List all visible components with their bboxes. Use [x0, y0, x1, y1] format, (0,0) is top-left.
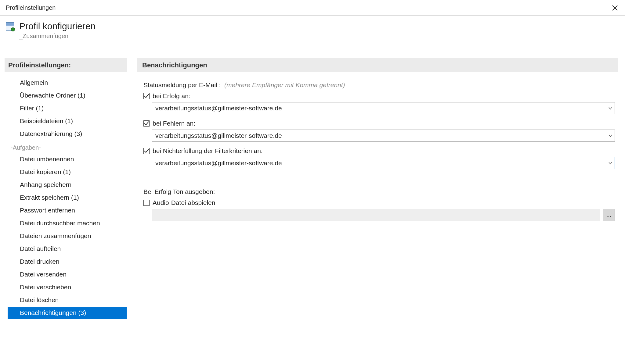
- sound-section-label: Bei Erfolg Ton ausgeben:: [143, 188, 615, 195]
- status-email-label: Statusmeldung per E-Mail :: [143, 81, 221, 88]
- input-on-success[interactable]: [152, 102, 606, 114]
- sidebar-item-passwort-entfernen[interactable]: Passwort entfernen: [8, 204, 127, 216]
- sidebar-item-beispieldateien[interactable]: Beispieldateien (1): [8, 115, 127, 127]
- browse-label: ...: [606, 212, 611, 218]
- page-title: Profil konfigurieren: [19, 21, 96, 31]
- sidebar-item-datei-durchsuchbar[interactable]: Datei durchsuchbar machen: [8, 217, 127, 229]
- sidebar-item-ueberwachte-ordner[interactable]: Überwachte Ordner (1): [8, 89, 127, 102]
- sidebar-item-filter[interactable]: Filter (1): [8, 102, 127, 114]
- label-on-error: bei Fehlern an:: [153, 120, 195, 127]
- sidebar-item-datei-versenden[interactable]: Datei versenden: [8, 268, 127, 280]
- input-on-error[interactable]: [152, 130, 606, 141]
- close-button[interactable]: [611, 4, 619, 12]
- checkbox-play-audio[interactable]: [143, 200, 150, 206]
- sidebar-item-benachrichtigungen[interactable]: Benachrichtigungen (3): [8, 307, 127, 319]
- status-email-label-row: Statusmeldung per E-Mail : (mehrere Empf…: [143, 81, 615, 89]
- sidebar-item-datei-aufteilen[interactable]: Datei aufteilen: [8, 243, 127, 255]
- sidebar-group-aufgaben: -Aufgaben-: [5, 141, 127, 153]
- chevron-down-icon: [609, 161, 612, 165]
- checkbox-on-filterfail[interactable]: [143, 148, 150, 154]
- dropdown-on-success[interactable]: [606, 102, 615, 114]
- sidebar-item-datei-loeschen[interactable]: Datei löschen: [8, 294, 127, 306]
- label-play-audio: Audio-Datei abspielen: [153, 199, 215, 206]
- page-subtitle: _Zusammenfügen: [19, 33, 96, 40]
- input-audio-path: [152, 209, 600, 221]
- combo-on-filterfail[interactable]: [152, 157, 615, 169]
- chevron-down-icon: [609, 134, 612, 137]
- label-on-success: bei Erfolg an:: [153, 92, 190, 100]
- checkmark-icon: [144, 148, 149, 154]
- sidebar-item-datei-drucken[interactable]: Datei drucken: [8, 255, 127, 268]
- sidebar-item-anhang-speichern[interactable]: Anhang speichern: [8, 179, 127, 191]
- sidebar-item-datei-umbenennen[interactable]: Datei umbenennen: [8, 153, 127, 165]
- checkmark-icon: [144, 93, 149, 99]
- checkbox-on-error[interactable]: [143, 120, 150, 127]
- titlebar: Profileinstellungen: [0, 0, 625, 16]
- window-title: Profileinstellungen: [6, 4, 56, 11]
- main: Benachrichtigungen Statusmeldung per E-M…: [131, 58, 625, 364]
- sidebar-item-allgemein[interactable]: Allgemein: [8, 77, 127, 89]
- main-header: Benachrichtigungen: [137, 58, 618, 72]
- profile-config-icon: [6, 22, 14, 31]
- checkmark-icon: [144, 121, 149, 126]
- dropdown-on-error[interactable]: [606, 130, 615, 141]
- chevron-down-icon: [609, 106, 612, 110]
- sidebar-item-extrakt-speichern[interactable]: Extrakt speichern (1): [8, 191, 127, 204]
- input-on-filterfail[interactable]: [152, 157, 606, 169]
- status-email-hint: (mehrere Empfänger mit Komma getrennt): [224, 81, 345, 88]
- close-icon: [612, 5, 618, 11]
- checkbox-on-success[interactable]: [143, 93, 150, 99]
- body: Profileinstellungen: Allgemein Überwacht…: [0, 58, 625, 364]
- sidebar-item-datei-verschieben[interactable]: Datei verschieben: [8, 281, 127, 293]
- label-on-filterfail: bei Nichterfüllung der Filterkriterien a…: [153, 147, 263, 155]
- sidebar: Profileinstellungen: Allgemein Überwacht…: [0, 58, 131, 364]
- combo-on-success[interactable]: [152, 102, 615, 114]
- browse-audio-button[interactable]: ...: [603, 209, 615, 221]
- dropdown-on-filterfail[interactable]: [606, 157, 615, 169]
- header: Profil konfigurieren _Zusammenfügen: [0, 16, 625, 46]
- sidebar-item-dateien-zusammenfuegen[interactable]: Dateien zusammenfügen: [8, 230, 127, 242]
- combo-on-error[interactable]: [152, 130, 615, 142]
- sidebar-item-datenextrahierung[interactable]: Datenextrahierung (3): [8, 128, 127, 140]
- sidebar-header: Profileinstellungen:: [5, 58, 127, 72]
- sidebar-item-datei-kopieren[interactable]: Datei kopieren (1): [8, 166, 127, 178]
